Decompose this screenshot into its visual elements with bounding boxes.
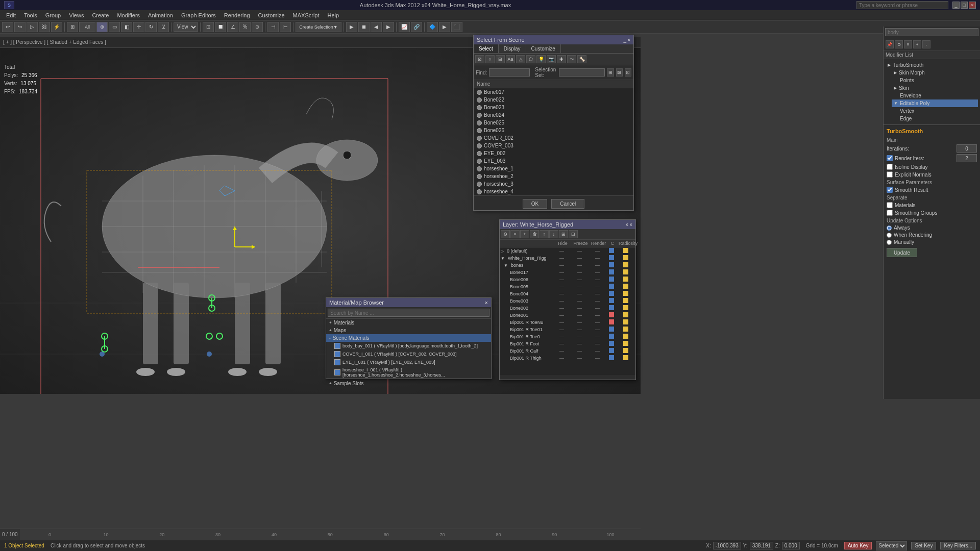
render-scene[interactable]: 🔷 xyxy=(427,22,438,32)
dlg-btn-bones[interactable]: 🦴 xyxy=(577,55,586,63)
close-button[interactable]: × xyxy=(969,2,976,9)
dlg-btn-helpers[interactable]: ✚ xyxy=(557,55,566,63)
update-button[interactable]: Update xyxy=(887,248,917,257)
sel-set-btn2[interactable]: ⊠ xyxy=(616,68,623,77)
angle-snap[interactable]: ∠ xyxy=(227,22,238,32)
iterations-input[interactable] xyxy=(957,144,977,153)
scene-item-horseshoe4[interactable]: horseshoe_4 xyxy=(474,188,633,195)
select-link-button[interactable]: ⛓ xyxy=(39,22,50,32)
bind-space-button[interactable]: ⊞ xyxy=(67,22,78,32)
layer-help-btn[interactable]: × xyxy=(625,222,628,228)
menu-item-customize[interactable]: Customize xyxy=(254,11,289,19)
move-button[interactable]: ✛ xyxy=(133,22,144,32)
tab-select[interactable]: Select xyxy=(474,44,499,53)
menu-item-help[interactable]: Help xyxy=(324,11,344,19)
layer-btn-add[interactable]: + xyxy=(520,230,529,238)
scene-item-bone022[interactable]: Bone022 xyxy=(474,96,633,104)
maximize-button[interactable]: □ xyxy=(961,2,968,9)
sel-set-btn3[interactable]: ⊡ xyxy=(625,68,631,77)
mat-item-horseshoe[interactable]: horseshoe_I_001 ( VRayMtl ) [horseshoe_1… xyxy=(326,366,491,379)
selected-dropdown[interactable]: Selected xyxy=(876,541,907,550)
layer-bone004[interactable]: Bone004 ——— xyxy=(500,290,635,297)
scene-item-cover003[interactable]: COVER_003 xyxy=(474,142,633,149)
dlg-btn-shapes[interactable]: ⬠ xyxy=(526,55,535,63)
select-object-button[interactable]: ▷ xyxy=(27,22,38,32)
quick-render[interactable]: ▶ xyxy=(439,22,450,32)
scene-item-horseshoe2[interactable]: horseshoe_2 xyxy=(474,172,633,180)
layer-bip-rcalf[interactable]: Bip001 R Calf ——— xyxy=(500,347,635,355)
scene-item-bone024[interactable]: Bone024 xyxy=(474,111,633,119)
prev-frame[interactable]: ◀ xyxy=(371,22,382,32)
mirror-button[interactable]: ⊣ xyxy=(267,22,279,32)
render-iters-checkbox[interactable] xyxy=(887,155,893,161)
set-key-button[interactable]: Set Key xyxy=(911,542,936,549)
scene-item-bone017[interactable]: Bone017 xyxy=(474,88,633,96)
menu-item-rendering[interactable]: Rendering xyxy=(220,11,254,19)
mod-skinmorph[interactable]: ▶ Skin Morph xyxy=(892,69,978,77)
snap-toggle[interactable]: 🔲 xyxy=(215,22,226,32)
ok-button[interactable]: OK xyxy=(523,199,547,209)
mod-points[interactable]: Points xyxy=(898,77,978,84)
menu-item-edit[interactable]: Edit xyxy=(2,11,20,19)
layer-default[interactable]: ▷ 0 (default) — — — xyxy=(500,247,635,255)
dlg-btn-geo[interactable]: △ xyxy=(516,55,525,63)
key-filters-button[interactable]: Key Filters... xyxy=(940,542,976,549)
mod-turbosm[interactable]: ▶ TurboSmooth xyxy=(886,61,978,69)
mat-browser-close[interactable]: × xyxy=(485,299,488,306)
mod-icon-remove[interactable]: - xyxy=(922,40,930,48)
mod-icon-add[interactable]: + xyxy=(913,40,921,48)
mat-item-eye[interactable]: EYE_I_001 ( VRayMtl ) [EYE_002, EYE_003] xyxy=(326,358,491,366)
find-input[interactable] xyxy=(489,68,530,77)
curve-editor[interactable]: 📈 xyxy=(399,22,410,32)
scene-item-eye002[interactable]: EYE_002 xyxy=(474,149,633,157)
menu-item-group[interactable]: Group xyxy=(41,11,65,19)
dlg-btn-all[interactable]: ⊠ xyxy=(475,55,484,63)
sel-set-input[interactable] xyxy=(559,68,605,77)
dlg-btn-inv[interactable]: ⊞ xyxy=(496,55,505,63)
layer-bone003[interactable]: Bone003 ——— xyxy=(500,297,635,305)
scene-item-eye003[interactable]: EYE_003 xyxy=(474,157,633,165)
use-pivot[interactable]: ⊡ xyxy=(203,22,214,32)
undo-button[interactable]: ↩ xyxy=(2,22,13,32)
scene-item-horseshoe3[interactable]: horseshoe_3 xyxy=(474,180,633,188)
mod-icon-show-all[interactable]: ≡ xyxy=(904,40,912,48)
window-crossing[interactable]: ◧ xyxy=(121,22,132,32)
modifier-search-input[interactable] xyxy=(885,28,978,36)
layer-btn-close[interactable]: × xyxy=(510,230,520,238)
scene-object-list[interactable]: Bone017 Bone022 Bone023 Bone024 Bone025 … xyxy=(474,88,633,195)
tab-customize[interactable]: Customize xyxy=(526,44,561,53)
sel-set-btn1[interactable]: ⊞ xyxy=(607,68,614,77)
unlink-button[interactable]: ⚡ xyxy=(51,22,62,32)
rotate-button[interactable]: ↻ xyxy=(145,22,157,32)
search-input[interactable] xyxy=(856,1,948,9)
render-frame[interactable]: ⬛ xyxy=(451,22,462,32)
mat-item-cover[interactable]: COVER_I_001 ( VRayMtl ) [COVER_002, COVE… xyxy=(326,350,491,358)
layer-btn-move-up[interactable]: ↑ xyxy=(540,230,549,238)
layer-btn-move-down[interactable]: ↓ xyxy=(549,230,558,238)
time-slider[interactable]: 0 10 20 30 40 50 60 70 80 90 100 xyxy=(20,529,641,540)
mat-section-samples[interactable]: + Sample Slots xyxy=(326,380,491,387)
create-selection-button[interactable]: Create Selection▼ xyxy=(296,22,341,32)
menu-item-create[interactable]: Create xyxy=(88,11,113,19)
percent-snap[interactable]: % xyxy=(239,22,251,32)
menu-item-modifiers[interactable]: Modifiers xyxy=(113,11,144,19)
mat-section-materials[interactable]: + Materials xyxy=(326,319,491,327)
scene-item-bone023[interactable]: Bone023 xyxy=(474,104,633,111)
layer-bip-rfoot[interactable]: Bip001 R Foot ——— xyxy=(500,340,635,347)
render-iters-input[interactable] xyxy=(957,154,977,162)
explicit-normals-checkbox[interactable] xyxy=(887,171,893,178)
layer-bone017[interactable]: Bone017 ——— xyxy=(500,269,635,276)
layer-list[interactable]: ▷ 0 (default) — — — ▼ White_Horse_Rigg —… xyxy=(500,247,635,375)
scale-button[interactable]: ⊻ xyxy=(158,22,169,32)
menu-item-animation[interactable]: Animation xyxy=(144,11,177,19)
when-rendering-radio[interactable] xyxy=(887,233,892,238)
redo-button[interactable]: ↪ xyxy=(14,22,26,32)
spinner-snap[interactable]: ⊙ xyxy=(252,22,263,32)
mod-envelope[interactable]: Envelope xyxy=(898,92,978,99)
layer-bip-rtoe-nu[interactable]: Bip001 R ToeNu ——— xyxy=(500,319,635,326)
scene-item-bone025[interactable]: Bone025 xyxy=(474,119,633,127)
dlg-btn-cameras[interactable]: 📷 xyxy=(547,55,556,63)
play-anim[interactable]: ▶ xyxy=(346,22,357,32)
select-filter[interactable]: All xyxy=(79,22,95,32)
stop-anim[interactable]: ⏹ xyxy=(358,22,370,32)
